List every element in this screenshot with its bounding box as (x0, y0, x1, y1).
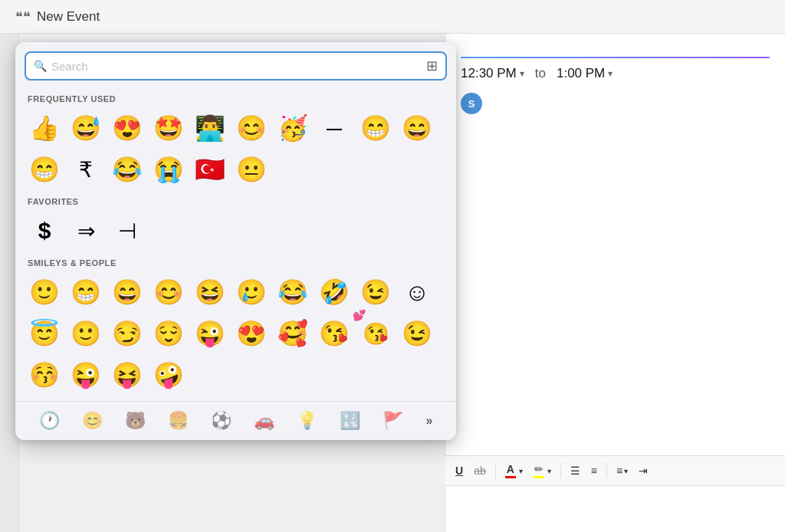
separator-1 (495, 463, 496, 478)
emoji-search-input[interactable] (51, 60, 422, 73)
emoji-smiling-hearts[interactable]: 🥰 (273, 314, 313, 353)
category-bar: 🕐 😊 🐻 🍔 ⚽ 🚗 💡 🔣 🚩 » (15, 401, 456, 440)
emoji-squint-tongue[interactable]: 😝 (107, 355, 147, 395)
cat-travel[interactable]: 🚗 (251, 408, 278, 434)
emoji-arrow-right[interactable]: ⇒ (66, 211, 106, 251)
emoji-halo[interactable]: 😇 (25, 314, 64, 353)
emoji-turkey-flag[interactable]: 🇹🇷 (190, 149, 230, 189)
cat-flags[interactable]: 🚩 (379, 408, 406, 434)
emoji-tongue[interactable]: 😜 (66, 355, 106, 395)
cat-food[interactable]: 🍔 (165, 408, 192, 434)
indent-button[interactable]: ⇥ (636, 463, 651, 478)
emoji-kiss-3[interactable]: 😚 (25, 355, 64, 395)
emoji-kiss[interactable]: 😘 (314, 314, 354, 353)
cat-smileys[interactable]: 😊 (79, 408, 106, 434)
emoji-dash[interactable]: — (314, 108, 354, 148)
emoji-grinning-2[interactable]: 😁 (66, 272, 106, 312)
window-title: New Event (37, 9, 100, 25)
emoji-heart-eyes[interactable]: 😍 (107, 108, 147, 148)
emoji-smiling[interactable]: 😊 (149, 272, 189, 312)
font-color-bar (505, 476, 516, 478)
cat-recent[interactable]: 🕐 (36, 408, 63, 434)
emoji-winking[interactable]: 😉 (356, 272, 396, 312)
emoji-laughing[interactable]: 😂 (107, 149, 147, 189)
end-time-selector[interactable]: 1:00 PM ▾ (557, 66, 613, 81)
emoji-rolling[interactable]: 🤣 (314, 272, 354, 312)
emoji-picker: 🔍 ⊞ FREQUENTLY USED 👍 😅 😍 🤩 👨‍💻 😊 🥳 — 😁 … (15, 42, 456, 440)
emoji-relieved[interactable]: 😌 (149, 314, 189, 353)
separator-2 (560, 463, 561, 478)
bullet-list-icon: ☰ (570, 465, 580, 477)
emoji-slight-smile[interactable]: 🙂 (25, 272, 64, 312)
emoji-party[interactable]: 🥳 (273, 108, 313, 148)
highlight-button[interactable]: ✏ ▾ (530, 461, 554, 480)
numbered-list-icon: ≡ (591, 465, 597, 477)
emoji-blush[interactable]: ☺️ (397, 272, 437, 312)
emoji-zany[interactable]: 🤪 (149, 355, 189, 395)
emoji-smirk[interactable]: 😏 (107, 314, 147, 353)
emoji-grinning[interactable]: 😁 (25, 149, 64, 189)
quote-icon: ❝❝ (15, 8, 31, 25)
emoji-search-bar: 🔍 ⊞ (25, 51, 447, 80)
emoji-special[interactable]: ⊣ (107, 211, 147, 251)
emoji-simple-smile[interactable]: 🙂 (66, 314, 106, 353)
highlight-bar (534, 476, 544, 478)
smileys-people-label: SMILEYS & PEOPLE (28, 258, 447, 268)
smileys-grid: 🙂 😁 😄 😊 😆 🥲 😂 🤣 😉 ☺️ 😇 🙂 😏 😌 😜 😍 🥰 😘 😘💕 … (25, 272, 447, 395)
emoji-neutral[interactable]: 😐 (232, 149, 271, 189)
top-bar: ❝❝ New Event (0, 0, 785, 34)
start-time-chevron-icon: ▾ (520, 68, 524, 79)
cat-objects[interactable]: 💡 (294, 408, 320, 434)
underline-button[interactable]: U (452, 463, 466, 478)
font-color-chevron-icon: ▾ (519, 467, 523, 475)
favorites-label: FAVORITES (28, 197, 447, 206)
bullet-list-button[interactable]: ☰ (567, 463, 583, 478)
end-time-text: 1:00 PM (557, 66, 605, 81)
favorites-grid: $ ⇒ ⊣ (25, 211, 447, 251)
emoji-star-struck[interactable]: 🤩 (149, 108, 189, 148)
emoji-grinning-3[interactable]: 😄 (107, 272, 147, 312)
start-time-selector[interactable]: 12:30 PM ▾ (461, 66, 524, 81)
strikethrough-button[interactable]: ab (471, 463, 489, 478)
start-time-text: 12:30 PM (461, 66, 517, 81)
emoji-laptop[interactable]: 👨‍💻 (190, 108, 230, 148)
emoji-laughing-2[interactable]: 😆 (190, 272, 230, 312)
align-chevron-icon: ▾ (624, 467, 628, 475)
emoji-rofl[interactable]: 😂 (273, 272, 313, 312)
emoji-holding-back[interactable]: 🥲 (232, 272, 271, 312)
separator-3 (606, 463, 607, 478)
emoji-big-smile[interactable]: 😄 (397, 108, 437, 148)
font-color-button[interactable]: A ▾ (502, 461, 526, 480)
frequently-used-label: FREQUENTLY USED (28, 94, 447, 103)
cat-more[interactable]: » (423, 411, 436, 431)
emoji-wink-tongue[interactable]: 😜 (190, 314, 230, 353)
emoji-kiss-2[interactable]: 😘💕 (356, 314, 396, 353)
emoji-dollar[interactable]: $ (25, 211, 64, 251)
numbered-list-button[interactable]: ≡ (588, 463, 600, 478)
grid-view-icon[interactable]: ⊞ (426, 57, 438, 74)
time-to-label: to (535, 66, 546, 81)
cat-symbols[interactable]: 🔣 (337, 408, 363, 434)
emoji-grin[interactable]: 😁 (356, 108, 396, 148)
align-button[interactable]: ≡ ▾ (613, 463, 631, 478)
underline-icon: U (455, 465, 463, 477)
avatar: S (461, 93, 482, 114)
emoji-sweat-smile[interactable]: 😅 (66, 108, 106, 148)
strikethrough-icon: ab (474, 465, 486, 477)
format-toolbar: U ab A ▾ ✏ ▾ ☰ ≡ ≡ ▾ ⇥ (445, 455, 785, 486)
emoji-wink-2[interactable]: 😉 (397, 314, 437, 353)
emoji-crying[interactable]: 😭 (149, 149, 189, 189)
highlight-chevron-icon: ▾ (547, 467, 551, 475)
end-time-chevron-icon: ▾ (608, 68, 613, 79)
emoji-rupee[interactable]: ₹ (66, 149, 106, 189)
emoji-content: FREQUENTLY USED 👍 😅 😍 🤩 👨‍💻 😊 🥳 — 😁 😄 😁 … (15, 87, 456, 401)
cat-activities[interactable]: ⚽ (208, 408, 235, 434)
cat-animals[interactable]: 🐻 (122, 408, 149, 434)
emoji-heart-eyes-2[interactable]: 😍 (232, 314, 271, 353)
highlight-icon: ✏ (534, 463, 544, 475)
emoji-thumbsup[interactable]: 👍 (25, 108, 64, 148)
search-icon: 🔍 (34, 60, 47, 72)
frequently-used-grid: 👍 😅 😍 🤩 👨‍💻 😊 🥳 — 😁 😄 😁 ₹ 😂 😭 🇹🇷 😐 (25, 108, 447, 189)
accent-line (461, 57, 770, 58)
emoji-smile[interactable]: 😊 (232, 108, 271, 148)
